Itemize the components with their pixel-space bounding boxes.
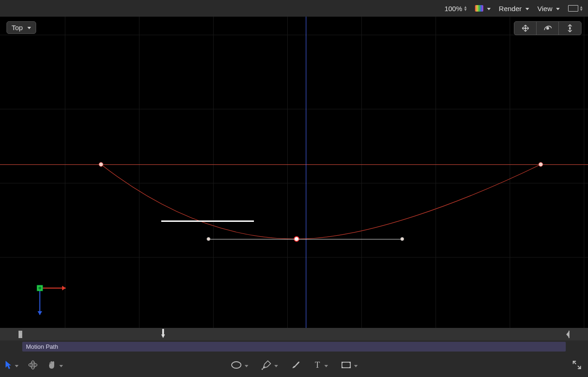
dolly-icon [566, 24, 574, 32]
orbit-3d-icon [28, 360, 38, 370]
chevron-down-icon [485, 5, 491, 13]
orbit-view-button[interactable] [537, 22, 559, 35]
svg-rect-24 [341, 367, 343, 368]
dolly-view-button[interactable] [559, 22, 581, 35]
crop-rect-icon [341, 361, 351, 369]
canvas-grid [0, 17, 588, 328]
fullscreen-icon [572, 360, 582, 370]
svg-rect-12 [569, 331, 569, 338]
aspect-box-icon [568, 5, 578, 12]
brush-icon [291, 360, 300, 370]
view-menu[interactable]: View [537, 5, 560, 13]
svg-rect-13 [162, 329, 164, 334]
color-swatch-icon [475, 5, 483, 12]
mask-tool[interactable] [341, 361, 358, 369]
canvas-viewport[interactable]: Top [0, 17, 588, 328]
text-icon: T [313, 361, 322, 369]
render-menu[interactable]: Render [499, 5, 529, 13]
svg-rect-8 [38, 287, 41, 289]
stepper-icon: ▴▾ [464, 6, 467, 11]
stepper-icon: ▴▾ [580, 6, 582, 11]
pan-view-button[interactable] [514, 22, 537, 35]
svg-point-2 [569, 27, 571, 29]
svg-rect-23 [349, 362, 351, 363]
tangent-handle-right[interactable] [400, 237, 404, 241]
svg-rect-22 [341, 362, 343, 363]
pen-tool[interactable] [261, 360, 278, 370]
bottom-toolbar: T [0, 353, 588, 377]
pan-tool[interactable] [47, 360, 63, 370]
clip-label: Motion Path [26, 343, 58, 350]
view-control-group [514, 21, 582, 35]
mini-timeline-ruler[interactable] [0, 328, 588, 340]
svg-point-1 [546, 27, 549, 30]
keyframe-start[interactable] [99, 162, 103, 167]
3d-transform-tool[interactable] [28, 360, 38, 370]
svg-marker-14 [161, 334, 165, 338]
chevron-down-icon [244, 362, 248, 369]
camera-view-label: Top [12, 24, 23, 31]
pen-icon [261, 360, 272, 370]
shape-tool[interactable] [231, 361, 248, 369]
canvas-playhead-line [306, 17, 306, 328]
top-toolbar: 100% ▴▾ Render View ▴▾ [0, 0, 588, 17]
svg-marker-4 [62, 286, 66, 290]
keyframe-end[interactable] [538, 162, 543, 167]
chevron-down-icon [323, 362, 328, 369]
chevron-down-icon [58, 362, 63, 369]
select-tool[interactable] [5, 360, 19, 370]
hand-icon [47, 360, 57, 370]
chevron-down-icon [14, 362, 19, 369]
in-point-marker[interactable] [19, 331, 22, 338]
svg-text:T: T [315, 361, 320, 369]
svg-marker-6 [38, 311, 42, 315]
motion-path-clip[interactable]: Motion Path [22, 342, 566, 352]
behavior-track: Motion Path [0, 340, 588, 353]
horizon-line [0, 164, 588, 165]
view-label: View [537, 5, 552, 13]
object-silhouette[interactable] [161, 220, 254, 222]
svg-point-19 [261, 369, 263, 370]
svg-point-18 [232, 362, 241, 368]
chevron-down-icon [524, 5, 529, 13]
zoom-level-control[interactable]: 100% ▴▾ [444, 5, 466, 13]
out-point-marker[interactable] [566, 331, 569, 338]
aspect-mask-control[interactable]: ▴▾ [568, 5, 582, 12]
fullscreen-toggle[interactable] [572, 360, 582, 370]
pan-icon [520, 25, 531, 32]
zoom-level-value: 100% [444, 5, 462, 13]
axis-gizmo[interactable] [33, 282, 70, 319]
playhead-marker[interactable] [160, 329, 166, 339]
tangent-handle-left[interactable] [207, 237, 210, 241]
camera-view-dropdown[interactable]: Top [6, 21, 36, 34]
chevron-down-icon [273, 362, 278, 369]
paint-tool[interactable] [291, 360, 300, 370]
svg-rect-25 [349, 367, 351, 368]
chevron-down-icon [554, 5, 560, 13]
render-label: Render [499, 5, 522, 13]
chevron-down-icon [25, 24, 31, 31]
text-tool[interactable]: T [313, 361, 328, 369]
ellipse-icon [231, 361, 242, 369]
chevron-down-icon [353, 362, 358, 369]
orbit-icon [543, 25, 552, 32]
tangent-handle-line [209, 239, 403, 239]
axis-gizmo-icon [33, 282, 70, 319]
svg-point-0 [525, 27, 526, 29]
arrow-icon [5, 360, 12, 370]
svg-rect-10 [19, 331, 19, 338]
color-channel-menu[interactable] [475, 5, 491, 13]
svg-point-17 [32, 364, 34, 366]
svg-rect-21 [342, 362, 350, 368]
